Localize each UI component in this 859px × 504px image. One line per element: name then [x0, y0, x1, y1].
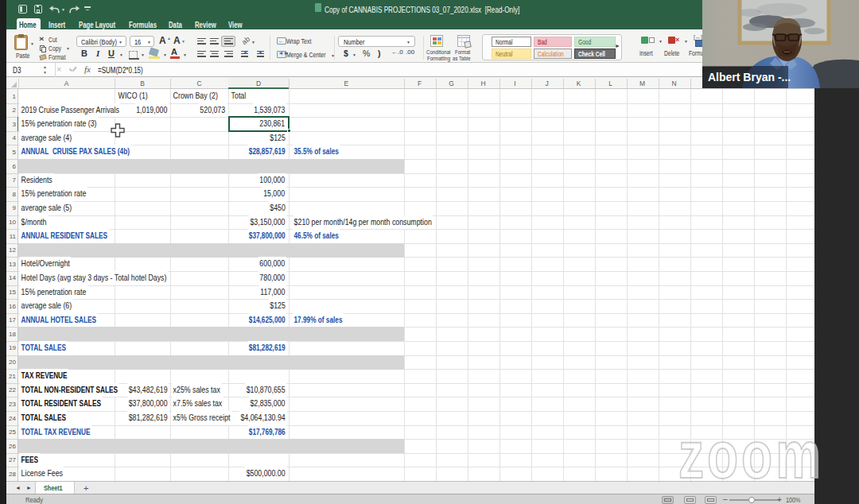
svg-text:Albert Bryan -...: Albert Bryan -...: [708, 71, 791, 83]
